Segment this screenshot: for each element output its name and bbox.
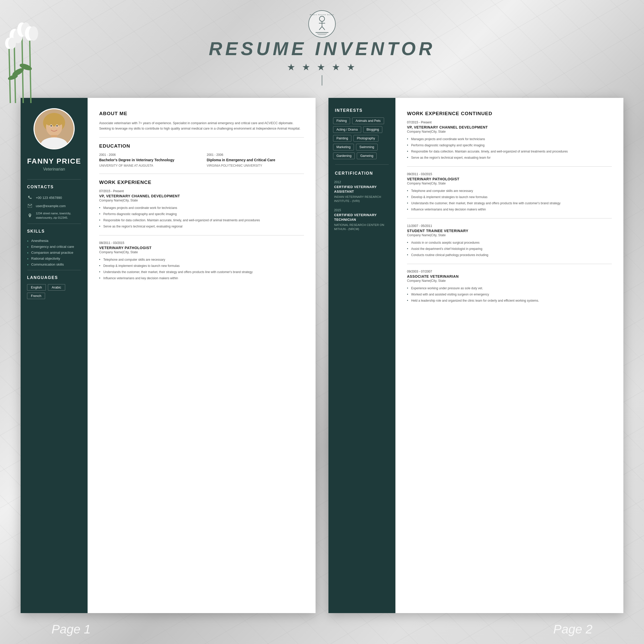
interest-marketing: Marketing bbox=[333, 144, 354, 150]
interest-gaming: Gameing bbox=[357, 152, 377, 159]
bullet-2-2: Develop & implement strategies to launch… bbox=[99, 263, 304, 269]
work-date-1: 07/2015 - Present bbox=[99, 189, 304, 193]
cert-year-2: 2015 bbox=[334, 208, 390, 212]
edu-year-2: 2001 - 2006 bbox=[207, 153, 304, 157]
interest-fishing: Fishing bbox=[333, 117, 350, 124]
p2-work-company-2: Company Name|City, State bbox=[407, 182, 612, 185]
person-title: Veterinarian bbox=[43, 167, 65, 172]
content-divider-2 bbox=[99, 174, 304, 174]
cert-org-2: NATIONAL RESEARCH CENTER ON MITHUN - (NR… bbox=[334, 223, 390, 231]
p2-bullet-3-3: Conducts routine clinical pathology proc… bbox=[407, 252, 612, 258]
address-icon bbox=[27, 213, 33, 218]
email-text: user@example.com bbox=[36, 204, 66, 208]
work-job-1: 07/2015 - Present VP, VETERINARY CHANNEL… bbox=[99, 189, 304, 230]
languages-heading: LANGUAGES bbox=[21, 275, 88, 280]
p2-bullet-2-4: Influence veterinarians and key decision… bbox=[407, 206, 612, 213]
lang-english: English bbox=[27, 284, 46, 291]
page1-sidebar: FANNY PRICE Veterinarian CONTACTS +00 12… bbox=[21, 98, 88, 613]
p2-bullet-2-2: Develop & implement strategies to launch… bbox=[407, 194, 612, 200]
svg-point-34 bbox=[56, 125, 58, 127]
p2-work-date-4: 09/2003 - 07/2007 bbox=[407, 270, 612, 273]
page2-main: WORK EXPERIENCE CONTINUED 07/2015 - Pres… bbox=[395, 98, 623, 613]
contacts-heading: CONTACTS bbox=[21, 185, 88, 189]
contact-email: user@example.com bbox=[21, 202, 88, 210]
p2-work-date-3: 11/2007 - 05/2011 bbox=[407, 224, 612, 228]
p2-bullet-1-4: Serve as the region's technical expert, … bbox=[407, 155, 612, 161]
p2-divider-1 bbox=[407, 166, 612, 167]
p2-work-bullets-4: Experience working under pressure as sol… bbox=[407, 285, 612, 304]
p2-work-bullets-3: Assists in or conducts aseptic surgical … bbox=[407, 240, 612, 258]
education-grid: 2001 - 2006 Bachelor's Degree in Veterin… bbox=[99, 153, 304, 168]
interests-grid: Fishing Animals and Pets Acting / Drama … bbox=[328, 117, 395, 159]
p2-work-title-1: VP, VETERINARY CHANNEL DEVELOPMENT bbox=[407, 125, 612, 129]
edu-degree-1: Bachelor's Degree in Veterinary Technolo… bbox=[99, 158, 197, 163]
skill-item-5: Communication skills bbox=[27, 261, 81, 267]
p2-work-job-3: 11/2007 - 05/2011 STUDENT TRAINEE VETERI… bbox=[407, 224, 612, 258]
interest-acting: Acting / Drama bbox=[333, 126, 361, 133]
p2-bullet-4-1: Experience working under pressure as sol… bbox=[407, 285, 612, 291]
bullet-1-3: Responsible for data collection. Maintai… bbox=[99, 217, 304, 223]
person-name: FANNY PRICE bbox=[22, 157, 86, 165]
about-heading: ABOUT ME bbox=[99, 111, 304, 116]
skill-item-1: Anesthesia bbox=[27, 238, 81, 244]
svg-point-30 bbox=[44, 114, 64, 126]
email-icon bbox=[27, 203, 33, 209]
p2-bullet-2-3: Understands the customer, their market, … bbox=[407, 200, 612, 206]
p2-bullet-3-2: Assist the department's chief histologis… bbox=[407, 246, 612, 252]
work-bullets-1: Manages projects and coordinate work for… bbox=[99, 205, 304, 230]
cert-title-2: CERTIFIED VETERINARY TECHNICIAN bbox=[334, 213, 390, 222]
p2-work-company-1: Company Name|City, State bbox=[407, 130, 612, 133]
p2-work-job-4: 09/2003 - 07/2007 ASSOCIATE VETERINARIAN… bbox=[407, 270, 612, 304]
phone-text: +00 123 4567890 bbox=[36, 196, 62, 200]
page2-label: Page 2 bbox=[553, 622, 592, 636]
cert-2: 2015 CERTIFIED VETERINARY TECHNICIAN NAT… bbox=[328, 208, 395, 231]
p2-work-title-4: ASSOCIATE VETERINARIAN bbox=[407, 274, 612, 278]
svg-text:Modern Resume Design: Modern Resume Design bbox=[310, 14, 334, 15]
cert-1: 2012 CERTIFIED VETERINARY ASSISTANT INDI… bbox=[328, 180, 395, 203]
edu-year-1: 2001 - 2006 bbox=[99, 153, 197, 157]
page2-sidebar: INTERESTS Fishing Animals and Pets Actin… bbox=[328, 98, 395, 613]
sidebar-divider-2 bbox=[27, 224, 81, 224]
rating-stars: ★ ★ ★ ★ ★ bbox=[287, 62, 357, 73]
p2-work-job-1: 07/2015 - Present VP, VETERINARY CHANNEL… bbox=[407, 121, 612, 161]
bullet-1-2: Performs diagnostic radiography and spec… bbox=[99, 211, 304, 217]
p2-bullet-4-3: Held a leadership role and organized the… bbox=[407, 298, 612, 304]
edu-item-1: 2001 - 2006 Bachelor's Degree in Veterin… bbox=[99, 153, 197, 168]
cert-year-1: 2012 bbox=[334, 180, 390, 184]
site-title: RESUME INVENTOR bbox=[209, 38, 435, 59]
work-title-2: VETERINARY PATHOLOGIST bbox=[99, 246, 304, 250]
interests-heading: INTERESTS bbox=[328, 108, 395, 113]
p2-work-title-2: VETERINARY PATHOLOGIST bbox=[407, 177, 612, 181]
page-labels: Page 1 Page 2 bbox=[0, 622, 644, 636]
work-title-1: VP, VETERINARY CHANNEL DEVELOPMENT bbox=[99, 194, 304, 198]
work-continued-heading: WORK EXPERIENCE CONTINUED bbox=[407, 111, 612, 116]
profile-photo bbox=[33, 108, 75, 149]
skill-item-3: Companion animal practice bbox=[27, 250, 81, 256]
edu-school-2: VIRGINIA POLYTECHNIC UNIVERSITY bbox=[207, 164, 304, 168]
interest-photography: Photography bbox=[353, 135, 378, 142]
skills-list: Anesthesia Emergency and critical care C… bbox=[21, 238, 88, 267]
bullet-2-1: Telephone and computer skills are necess… bbox=[99, 257, 304, 263]
p2-bullet-1-3: Responsible for data collection. Maintai… bbox=[407, 148, 612, 155]
svg-point-33 bbox=[50, 125, 52, 127]
skills-heading: SKILLS bbox=[21, 229, 88, 234]
interest-animals: Animals and Pets bbox=[352, 117, 384, 124]
p2-work-company-3: Company Name|City, State bbox=[407, 233, 612, 237]
interest-blogging: Blogging bbox=[363, 126, 383, 133]
edu-item-2: 2001 - 2006 Diploma in Emergency and Cri… bbox=[207, 153, 304, 168]
contact-address: 1234 street name, town/city, state/count… bbox=[21, 210, 88, 221]
profile-photo-area bbox=[21, 98, 88, 157]
lang-tags: English Arabic French bbox=[27, 284, 81, 299]
interest-swimming: Swimming bbox=[356, 144, 378, 150]
work-company-2: Company Name|City, State bbox=[99, 250, 304, 254]
skill-item-4: Rational objectivity bbox=[27, 256, 81, 261]
education-heading: EDUCATION bbox=[99, 143, 304, 149]
work-bullets-2: Telephone and computer skills are necess… bbox=[99, 257, 304, 281]
cert-heading: CERTIFICATION bbox=[328, 171, 395, 176]
p2-work-bullets-2: Telephone and computer skills are necess… bbox=[407, 188, 612, 213]
p2-work-job-2: 09/2011 - 03/2015 VETERINARY PATHOLOGIST… bbox=[407, 172, 612, 213]
bullet-1-4: Serve as the region's technical expert, … bbox=[99, 223, 304, 230]
cert-org-1: INDIAN VETERINARY RESEARCH INSTITUTE - (… bbox=[334, 195, 390, 203]
p2-work-bullets-1: Manages projects and coordinate work for… bbox=[407, 136, 612, 161]
pages-container: FANNY PRICE Veterinarian CONTACTS +00 12… bbox=[21, 98, 623, 613]
